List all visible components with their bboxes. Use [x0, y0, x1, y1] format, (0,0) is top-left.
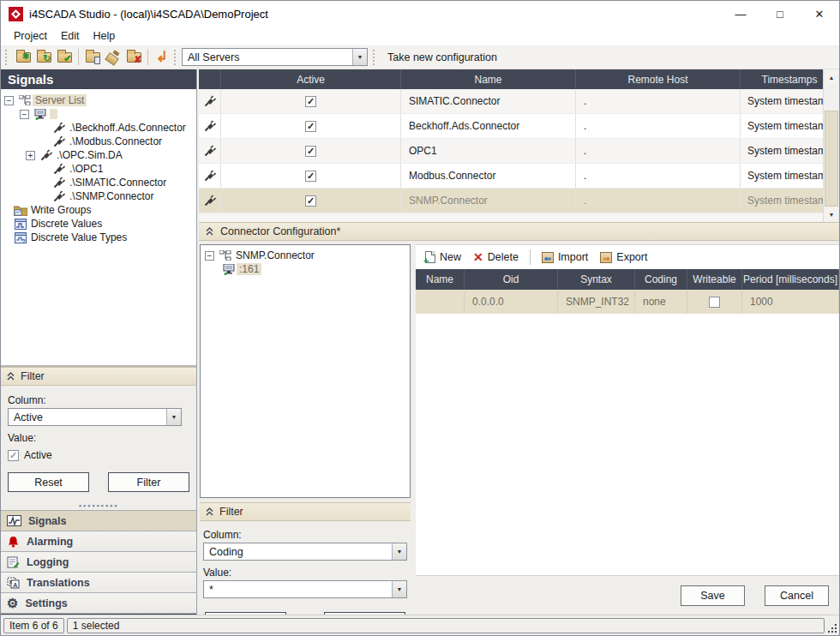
filter-button[interactable]: Filter [108, 472, 189, 492]
nav-item-translations[interactable]: xA Translations [1, 572, 196, 592]
table-row-selected[interactable]: ✓ SNMP.Connector . System timestam [199, 189, 839, 213]
writeable-checkbox[interactable] [709, 297, 720, 308]
resize-grip-icon[interactable] [828, 624, 837, 633]
active-checkbox[interactable]: ✓ [8, 450, 19, 461]
active-checkbox[interactable]: ✓ [305, 146, 316, 157]
nav-item-logging[interactable]: Logging [1, 551, 196, 572]
active-checkbox[interactable]: ✓ [305, 195, 316, 207]
cell-coding[interactable]: none [635, 290, 687, 314]
column-header-oid[interactable]: Oid [465, 269, 558, 290]
tree-node-label[interactable]: .\OPC1 [67, 163, 105, 175]
cell-period[interactable]: 1000 [742, 290, 839, 314]
tree-node-label[interactable]: .\Beckhoff.Ads.Connector [67, 122, 189, 134]
save-button[interactable]: Save [681, 585, 745, 606]
tree-node-server-list[interactable]: Server List [1, 93, 196, 107]
column-header-name[interactable]: Name [416, 269, 465, 290]
nav-item-alarming[interactable]: Alarming [1, 531, 196, 551]
tree-node-label[interactable]: Write Groups [28, 204, 93, 216]
reset-button[interactable]: Reset [8, 472, 89, 492]
menu-help[interactable]: Help [87, 28, 121, 44]
tree-node-label[interactable]: .\OPC.Sim.DA [54, 149, 125, 161]
chevron-down-icon[interactable]: ▼ [392, 581, 406, 597]
export-project-icon[interactable] [82, 47, 103, 68]
cancel-button[interactable]: Cancel [765, 585, 829, 606]
scroll-down-icon[interactable]: ▼ [825, 207, 838, 221]
table-row-selected[interactable]: 0.0.0.0 SNMP_INT32 none 1000 [416, 290, 839, 314]
collapse-expander-icon[interactable] [20, 110, 29, 119]
collapse-expander-icon[interactable] [4, 96, 14, 105]
column-header-period[interactable]: Period [milliseconds] [742, 269, 839, 290]
active-checkbox[interactable]: ✓ [305, 171, 316, 182]
table-row[interactable]: ✓ OPC1 . System timestam [199, 139, 839, 164]
export-button[interactable]: ⇒ Export [596, 249, 651, 265]
tree-node-discrete-values[interactable]: Discrete Values [1, 217, 196, 231]
splitter-handle[interactable]: ▪▪▪▪▪▪▪▪▪ [1, 501, 196, 510]
active-checkbox[interactable]: ✓ [305, 121, 316, 132]
filter-value-select[interactable]: * ▼ [203, 580, 407, 598]
scroll-up-icon[interactable]: ▲ [825, 70, 838, 84]
tree-node-connector[interactable]: .\OPC.Sim.DA [1, 148, 196, 162]
chevron-down-icon[interactable]: ▼ [352, 49, 367, 65]
tree-node-write-groups[interactable]: Write Groups [1, 203, 196, 217]
column-header-writeable[interactable]: Writeable [687, 269, 742, 290]
tree-node-label[interactable]: SNMP.Connector [233, 249, 317, 261]
tree-node-connector[interactable]: .\Beckhoff.Ads.Connector [1, 121, 196, 135]
vertical-scrollbar[interactable]: ▲ ▼ [823, 69, 839, 222]
scrollbar-thumb[interactable] [825, 111, 838, 207]
cell-syntax[interactable]: SNMP_INT32 [558, 290, 635, 314]
chevron-down-icon[interactable]: ▼ [166, 409, 181, 425]
tree-node-port[interactable]: :161 [201, 262, 410, 276]
toolbar-grip[interactable] [5, 50, 9, 65]
tree-node-connector[interactable]: .\OPC1 [1, 162, 196, 176]
tree-node-label[interactable]: Server List [33, 94, 87, 106]
column-header-active[interactable]: Active [221, 69, 401, 89]
maximize-button[interactable]: □ [760, 1, 800, 27]
nav-item-signals[interactable]: Signals [1, 510, 196, 531]
save-project-icon[interactable]: ✔ [54, 47, 75, 68]
table-row[interactable]: ✓ Beckhoff.Ads.Connector . System timest… [199, 114, 839, 139]
take-new-configuration-button[interactable]: Take new configuration [381, 51, 504, 63]
clean-icon[interactable] [103, 47, 123, 68]
cell-name[interactable] [416, 290, 465, 314]
tree-node-connector[interactable]: .\SIMATIC.Connector [1, 176, 196, 189]
import-button[interactable]: ⇐ Import [537, 249, 592, 265]
tree-node-label[interactable]: Discrete Values [28, 218, 105, 230]
tree-node-connector[interactable]: .\SNMP.Connector [1, 189, 196, 203]
menu-project[interactable]: Project [8, 28, 53, 44]
toolbar-grip[interactable] [174, 50, 178, 65]
nav-item-settings[interactable]: ⚙ Settings [1, 592, 196, 613]
column-header-coding[interactable]: Coding [635, 269, 687, 290]
collapse-expander-icon[interactable] [205, 251, 214, 261]
column-header-remote-host[interactable]: Remote Host [576, 69, 741, 89]
active-checkbox[interactable]: ✓ [305, 96, 316, 107]
exit-icon[interactable]: ↲ [152, 47, 172, 68]
table-row[interactable]: ✓ Modbus.Connector . System timestam [199, 164, 839, 189]
toolbar-grip[interactable] [373, 50, 377, 65]
filter-column-select[interactable]: Coding ▼ [203, 543, 407, 561]
cell-oid[interactable]: 0.0.0.0 [465, 290, 558, 314]
column-header-syntax[interactable]: Syntax [558, 269, 635, 290]
tree-node-label[interactable]: :161 [237, 263, 261, 275]
tree-node-discrete-value-types[interactable]: ? Discrete Value Types [1, 231, 196, 244]
server-filter-combobox[interactable]: All Servers ▼ [182, 48, 368, 66]
column-header-name[interactable]: Name [401, 69, 576, 89]
new-button[interactable]: + New [421, 249, 465, 265]
filter-group-header[interactable]: Filter [200, 502, 411, 521]
new-project-icon[interactable]: ✱ [13, 47, 33, 68]
tree-node-snmp-connector[interactable]: SNMP.Connector [201, 249, 410, 262]
menu-edit[interactable]: Edit [55, 28, 86, 44]
tree-node-label[interactable]: .\SIMATIC.Connector [67, 177, 169, 189]
icon-column-header[interactable] [199, 69, 221, 89]
tree-node-label[interactable]: Discrete Value Types [28, 231, 129, 243]
open-project-icon[interactable]: ↻ [33, 47, 54, 68]
table-row[interactable]: ✓ SIMATIC.Connector . System timestam [199, 89, 839, 114]
filter-column-select[interactable]: Active ▼ [8, 408, 182, 426]
connector-configuration-header[interactable]: Connector Configuration* [199, 222, 839, 241]
tree-node-label[interactable]: .\Modbus.Connector [67, 135, 165, 147]
tree-node-label[interactable] [50, 109, 57, 119]
tree-node-server[interactable] [1, 107, 196, 121]
filter-group-header[interactable]: Filter [1, 367, 196, 386]
expand-expander-icon[interactable] [26, 151, 35, 160]
tree-node-label[interactable]: .\SNMP.Connector [67, 190, 157, 202]
close-button[interactable]: ✕ [800, 1, 839, 27]
